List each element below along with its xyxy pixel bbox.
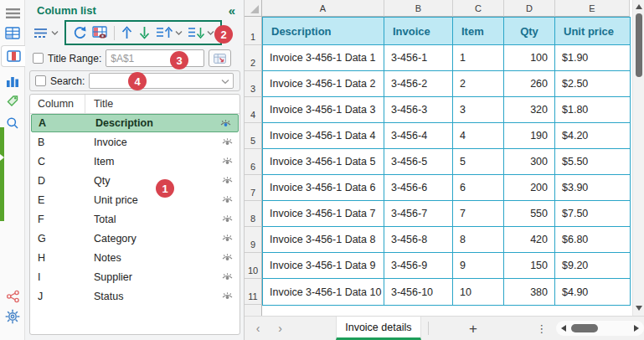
cell[interactable]: 550 bbox=[504, 201, 555, 226]
search-combobox[interactable] bbox=[89, 73, 234, 89]
cell[interactable]: $6.80 bbox=[555, 227, 630, 252]
cell[interactable]: Invoice 3-456-1 Data 9 bbox=[263, 253, 384, 278]
cell[interactable]: 3-456-7 bbox=[384, 201, 453, 226]
row-number[interactable]: 9 bbox=[245, 227, 262, 253]
cell[interactable]: $7.50 bbox=[555, 201, 630, 226]
cell[interactable]: 200 bbox=[504, 175, 555, 200]
list-row-A[interactable]: A Description bbox=[31, 114, 239, 132]
header-cell[interactable]: Unit price bbox=[555, 18, 630, 44]
visibility-eye-icon[interactable] bbox=[214, 234, 240, 243]
list-row-F[interactable]: F Total bbox=[30, 209, 240, 229]
column-list-tab-icon[interactable] bbox=[1, 45, 25, 67]
cell[interactable]: Invoice 3-456-1 Data 2 bbox=[263, 71, 384, 96]
title-range-checkbox[interactable] bbox=[33, 53, 44, 64]
visibility-eye-icon[interactable] bbox=[214, 214, 240, 224]
cell[interactable]: 380 bbox=[504, 279, 555, 305]
header-cell[interactable]: Qty bbox=[504, 18, 555, 44]
row-number[interactable]: 4 bbox=[245, 97, 262, 123]
list-row-J[interactable]: J Status bbox=[30, 286, 240, 306]
list-row-H[interactable]: H Notes bbox=[30, 248, 240, 267]
column-letter-B[interactable]: B bbox=[384, 0, 453, 17]
cell[interactable]: 3-456-5 bbox=[384, 149, 453, 174]
header-cell[interactable]: Invoice bbox=[384, 18, 453, 44]
list-row-G[interactable]: G Category bbox=[30, 229, 240, 248]
horizontal-scrollbar[interactable] bbox=[556, 321, 644, 336]
cell[interactable]: Invoice 3-456-1 Data 1 bbox=[263, 45, 384, 70]
cell[interactable]: 3-456-8 bbox=[384, 227, 453, 252]
cell[interactable]: $5.50 bbox=[555, 149, 630, 174]
row-number[interactable]: 11 bbox=[245, 279, 262, 305]
list-options-button[interactable] bbox=[32, 22, 60, 44]
sort-ascending-button[interactable] bbox=[154, 22, 184, 44]
sheet-tab-invoice-details[interactable]: Invoice details bbox=[336, 317, 421, 340]
tag-icon[interactable] bbox=[0, 91, 25, 110]
row-number[interactable]: 3 bbox=[245, 71, 262, 97]
share-icon[interactable] bbox=[0, 287, 25, 306]
row-number[interactable]: 8 bbox=[245, 201, 262, 227]
cell[interactable]: $9.20 bbox=[555, 253, 630, 278]
cell[interactable]: 2 bbox=[453, 71, 504, 96]
title-range-input[interactable] bbox=[106, 49, 204, 67]
visibility-eye-icon[interactable] bbox=[214, 176, 240, 185]
search-checkbox[interactable] bbox=[35, 75, 46, 86]
cell[interactable]: $3.90 bbox=[555, 175, 630, 200]
list-row-E[interactable]: E Unit price bbox=[30, 190, 240, 209]
cell[interactable]: 260 bbox=[504, 71, 555, 96]
list-row-D[interactable]: D Qty bbox=[30, 171, 240, 190]
visibility-eye-icon[interactable] bbox=[214, 291, 240, 301]
cell[interactable]: 190 bbox=[504, 123, 555, 148]
row-number[interactable]: 7 bbox=[245, 175, 262, 201]
cell[interactable]: $1.80 bbox=[555, 97, 630, 122]
cell[interactable]: 3-456-6 bbox=[384, 175, 453, 200]
visibility-eye-icon[interactable] bbox=[214, 195, 240, 204]
cell[interactable]: 1 bbox=[453, 45, 504, 70]
cell[interactable]: Invoice 3-456-1 Data 5 bbox=[263, 149, 384, 174]
cell[interactable]: 3 bbox=[453, 97, 504, 122]
move-up-button[interactable] bbox=[119, 22, 135, 44]
sheet-more-icon[interactable]: ⋮ bbox=[536, 323, 546, 334]
collapse-panel-icon[interactable]: « bbox=[229, 4, 235, 17]
cell[interactable]: 3-456-2 bbox=[384, 71, 453, 96]
cell[interactable]: Invoice 3-456-1 Data 8 bbox=[263, 227, 384, 252]
cell[interactable]: 420 bbox=[504, 227, 555, 252]
visibility-eye-icon[interactable] bbox=[214, 157, 240, 166]
scroll-down-icon[interactable] bbox=[636, 306, 642, 311]
cell[interactable]: $1.90 bbox=[555, 45, 630, 70]
scroll-up-icon[interactable] bbox=[636, 4, 642, 9]
cell[interactable]: 10 bbox=[453, 279, 504, 305]
list-row-I[interactable]: I Supplier bbox=[30, 267, 240, 286]
horizontal-scroll-thumb[interactable] bbox=[571, 324, 598, 332]
chart-icon[interactable] bbox=[0, 72, 25, 90]
search-input[interactable] bbox=[90, 74, 233, 88]
collapsed-panel-handle[interactable] bbox=[0, 127, 4, 221]
row-number[interactable] bbox=[245, 305, 262, 317]
cell[interactable]: 320 bbox=[504, 97, 555, 122]
cell[interactable]: Invoice 3-456-1 Data 10 bbox=[263, 279, 384, 305]
visibility-eye-icon[interactable] bbox=[214, 272, 240, 281]
cell[interactable]: 7 bbox=[453, 201, 504, 226]
cell[interactable]: 8 bbox=[453, 227, 504, 252]
cell[interactable]: 9 bbox=[453, 253, 504, 278]
menu-icon[interactable] bbox=[0, 4, 25, 23]
cell[interactable]: Invoice 3-456-1 Data 4 bbox=[263, 123, 384, 148]
column-letter-E[interactable]: E bbox=[555, 0, 630, 17]
header-cell[interactable]: Item bbox=[453, 18, 504, 44]
prev-sheet-icon[interactable]: ‹ bbox=[250, 322, 266, 334]
row-number[interactable]: 1 bbox=[245, 17, 262, 45]
scroll-right-icon[interactable] bbox=[634, 325, 639, 332]
row-number[interactable]: 10 bbox=[245, 253, 262, 279]
list-row-C[interactable]: C Item bbox=[30, 152, 240, 171]
row-number[interactable]: 2 bbox=[245, 45, 262, 71]
cell[interactable]: 3-456-10 bbox=[384, 279, 453, 305]
cell[interactable]: 150 bbox=[504, 253, 555, 278]
refresh-button[interactable] bbox=[70, 22, 89, 44]
column-letter-C[interactable]: C bbox=[453, 0, 504, 17]
row-number[interactable]: 5 bbox=[245, 123, 262, 149]
column-letter-A[interactable]: A bbox=[262, 0, 384, 17]
select-all-corner[interactable] bbox=[245, 0, 262, 17]
column-letter-D[interactable]: D bbox=[504, 0, 555, 17]
vertical-scrollbar[interactable] bbox=[632, 0, 644, 316]
cell[interactable]: 300 bbox=[504, 149, 555, 174]
add-sheet-icon[interactable]: + bbox=[466, 322, 482, 336]
cell[interactable]: 4 bbox=[453, 123, 504, 148]
